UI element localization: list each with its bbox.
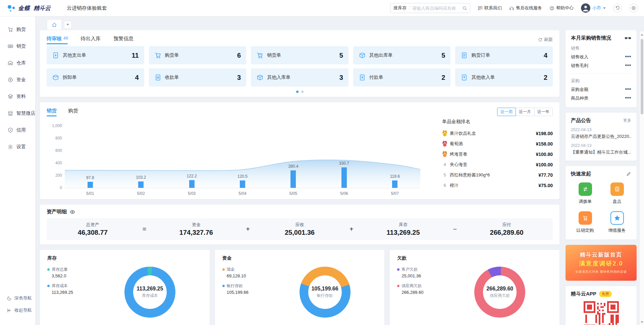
todo-tile-other-inbound[interactable]: 其他入库单 3 [251,68,348,87]
banner-title: 精斗云新版首页 [580,252,622,259]
tab-sales[interactable]: 销货 [47,106,57,117]
legend-label: 银行存款 [227,283,243,289]
legend-item: 客户欠款 [397,267,447,272]
warehouse-icon [7,60,13,66]
ranking-row[interactable]: 烤海苔卷 ¥100.80 [442,149,553,159]
privacy-toggle-icon[interactable] [625,36,631,41]
carousel-dot[interactable] [301,91,304,93]
edit-pencil-icon[interactable] [626,171,631,176]
scroll-up-arrow[interactable] [640,32,644,37]
sidebar-item-sales[interactable]: 销货 [0,38,35,55]
tile-label: 其他入库单 [267,74,290,80]
survey-banner[interactable]: 精斗云新版首页 满意度调研2.0 全新首页已到来 期待收到您的反馈 [566,245,637,281]
product-amount: ¥75.00 [538,183,553,188]
ranking-row[interactable]: 6 橙汁 ¥75.00 [442,180,553,191]
logo-product-text: 精斗云 [34,4,51,12]
user-menu[interactable]: 小乔 [581,3,606,13]
quick-value-added-service[interactable]: 增值服务 [603,211,631,233]
operator: − [449,225,461,233]
todo-tile-other-income[interactable]: 其他收入单 2 [455,68,553,87]
donut-center-value: 266,289.60 [486,286,513,292]
metric-label: 应付 [461,222,553,228]
search-icon[interactable] [462,6,467,11]
product-amount: ¥100.00 [536,162,553,167]
sidebar-item-data[interactable]: 资料 [0,88,35,105]
bar-value-label: 330.7 [332,161,356,166]
monthly-summary-panel: 本月采购销售情况 销售 销售收入 *** 销售毛利 *** 采购 [566,30,637,107]
notice-item[interactable]: 2022-04-13 【重要通知】精斗云工作台城... [571,143,631,155]
search-scope-selector[interactable]: 搜库存 [393,5,407,11]
tab-label: 销货 [47,108,57,113]
service-assistant-button[interactable] [629,4,638,12]
todo-tile-other-expense[interactable]: 其他支出单 11 [47,46,144,64]
y-axis-tick: 0 [47,185,62,190]
tile-label: 购货订单 [471,52,490,58]
legend-value: 69,128.10 [227,273,273,278]
sidebar-item-warehouse[interactable]: 仓库 [0,55,35,71]
tab-warning-info[interactable]: 预警信息 [113,34,133,46]
quick-label: 调拨单 [579,199,592,205]
todo-tile-sales-order[interactable]: 销货单 5 [251,46,348,64]
tile-label: 收款单 [165,74,179,80]
donut-center-label: 库存成本 [142,293,158,299]
metric-value: 25,001.36 [254,229,346,236]
sales-trend-panel: 销货 购货 近一周 近一月 近一年 [40,102,559,199]
tab-list-dropdown[interactable] [64,21,71,28]
funds-donut-panel: 资金 现金 69,128.10 银行存款 [215,250,385,325]
history-back-button[interactable] [613,4,622,12]
tab-pending-inout[interactable]: 待出入库 [80,34,101,46]
carousel-dot-active[interactable] [296,91,299,93]
range-month-button[interactable]: 近一月 [516,108,534,116]
ranking-row[interactable]: 果汁饮品礼盒 ¥198.00 [442,128,553,139]
tab-pending-review[interactable]: 待审核 49 [47,34,68,46]
collapse-nav-button[interactable]: 收起导航 [0,304,35,316]
ranking-row[interactable]: 葡萄酒 ¥158.00 [442,139,553,149]
inventory-block: 库存 113,269.25 [357,222,449,236]
range-year-button[interactable]: 近一年 [534,108,553,116]
home-tab[interactable] [47,20,61,30]
bar-value-label: 103.2 [129,175,153,180]
sidebar-item-funds[interactable]: 资金 [0,71,35,88]
app-logo[interactable]: 金蝶精斗云 [7,4,51,12]
account-title: 云进销存体验账套 [67,5,107,11]
x-axis-label: 5/03 [180,191,204,196]
todo-tile-other-outbound[interactable]: 其他出库单 5 [353,46,451,64]
after-sales-service-link[interactable]: 售后在线服务 [509,5,542,11]
sidebar-item-credit[interactable]: 信用 [0,122,35,139]
todo-tile-payment[interactable]: 付款单 2 [353,68,451,87]
eye-icon[interactable] [69,209,75,215]
scroll-down-arrow[interactable] [640,320,644,324]
search-input[interactable] [412,6,462,11]
sidebar-item-purchase[interactable]: 购货 [0,21,35,38]
quick-transfer-order[interactable]: 调拨单 [571,182,599,205]
ranking-row[interactable]: 5 西红柿意粉酱190g*6 ¥77.70 [442,170,553,180]
tile-label: 付款单 [369,74,383,80]
quick-stocktake[interactable]: 盘点 [603,182,631,205]
more-link[interactable]: 更多 [623,118,631,123]
contact-us-link[interactable]: 联系我们 [478,5,502,11]
range-week-button[interactable]: 近一周 [497,108,516,116]
gear-icon [7,144,13,150]
row-label: 销售收入 [571,54,588,60]
ranking-row[interactable]: 4 夹心海苔 ¥100.00 [442,159,553,170]
refresh-button[interactable]: 刷新 [538,37,553,43]
quick-sales-driven-purchase[interactable]: 以销定购 [571,211,599,233]
y-axis-tick: 800 [47,136,62,141]
todo-tile-disassembly[interactable]: 拆卸单 4 [47,68,144,87]
inbound-box-icon [256,74,264,81]
todo-tile-purchase-order[interactable]: 购货单 6 [149,46,247,64]
sidebar-item-label: 销货 [16,43,26,49]
scrollbar-thumb[interactable] [641,39,643,114]
todo-tile-receipt[interactable]: 收款单 3 [149,68,247,87]
sidebar-item-smart-store[interactable]: 智慧微店 [0,105,35,122]
silver-medal-icon [442,141,447,147]
sidebar-item-settings[interactable]: 设置 [0,139,35,155]
sales-bar [189,180,195,188]
help-center-link[interactable]: 帮助中心 [549,5,574,11]
notice-item[interactable]: 2022-04-13 云进销存产品更新公告_20220... [571,127,631,140]
legend-value: 3,562.0 [52,273,98,278]
tab-purchase[interactable]: 购货 [68,106,78,117]
dark-nav-toggle[interactable]: 深色导航 [0,292,35,304]
dark-nav-label: 深色导航 [14,295,32,301]
todo-tile-purchase-po[interactable]: 购货订单 4 [455,46,553,64]
